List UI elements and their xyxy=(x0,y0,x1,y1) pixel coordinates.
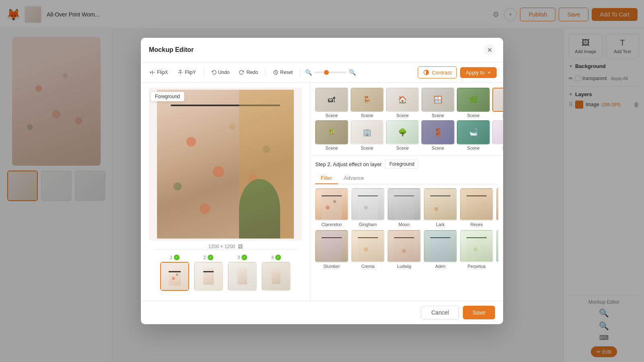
cancel-button[interactable]: Cancel xyxy=(421,306,459,319)
scene-thumb-7: 🏢 xyxy=(351,120,384,144)
save-modal-button[interactable]: Save xyxy=(463,306,495,319)
page-num-2: 2 ✓ xyxy=(204,255,213,260)
filter-tabs: Filter Advance xyxy=(315,173,498,184)
filter-thumb-amaro xyxy=(496,230,498,262)
contrast-button[interactable]: Contrast xyxy=(418,66,457,78)
redo-button[interactable]: Redo xyxy=(237,68,260,77)
zoom-slider[interactable] xyxy=(314,72,347,73)
scene-thumb-3: 🪟 xyxy=(421,88,454,112)
filter-reyes[interactable]: Reyes xyxy=(460,188,493,227)
scene-item-9[interactable]: 🚪 Scene xyxy=(421,120,454,150)
filter-moon[interactable]: Moon xyxy=(388,188,421,227)
modal-right: 🛋 Scene 🪑 Scene 🏠 xyxy=(310,83,503,300)
filter-aden[interactable]: Aden xyxy=(424,230,457,269)
scene-item-6[interactable]: 🎋 Scene xyxy=(315,120,348,150)
scene-item-0[interactable]: 🛋 Scene xyxy=(315,88,348,118)
page-3: 3 ✓ xyxy=(228,255,257,291)
undo-button[interactable]: Undo xyxy=(208,68,232,77)
filter-crema[interactable]: Crema xyxy=(351,230,384,269)
scene-thumb-5: 🏡 xyxy=(492,88,503,112)
page-thumb-2[interactable] xyxy=(194,262,223,291)
filter-label-moon: Moon xyxy=(398,222,410,227)
filter-perpetua[interactable]: Perpetua xyxy=(460,230,493,269)
zoom-in-icon[interactable]: 🔍 xyxy=(349,69,356,76)
toolbar-right: Contrast Apply to xyxy=(418,66,497,78)
scene-item-7[interactable]: 🏢 Scene xyxy=(351,120,384,150)
redo-icon xyxy=(239,70,245,75)
dress-person xyxy=(157,90,294,239)
filter-slumber[interactable]: Slumber xyxy=(315,230,348,269)
filter-label-ludwig: Ludwig xyxy=(397,264,411,269)
zoom-control: 🔍 🔍 xyxy=(305,69,356,76)
filter-juno[interactable]: Juno xyxy=(496,188,498,227)
filter-label-perpetua: Perpetua xyxy=(468,264,486,269)
scene-item-8[interactable]: 🌳 Scene xyxy=(386,120,419,150)
page-thumb-4[interactable] xyxy=(262,262,291,291)
scene-thumb-8: 🌳 xyxy=(386,120,419,144)
zoom-thumb xyxy=(324,70,329,75)
modal-toolbar: FlipX FlipY Undo Redo Reset 🔍 xyxy=(141,62,503,83)
filter-clarendon[interactable]: Clarendon xyxy=(315,188,348,227)
modal-body: Foreground 1200 × 1200 xyxy=(141,83,503,300)
modal-header: Mockup Editor ✕ xyxy=(141,38,503,62)
scene-label-4: Scene xyxy=(467,113,479,118)
filter-tab[interactable]: Filter xyxy=(315,173,338,184)
step2-area: Step 2. Adjust effect on layer Foregroun… xyxy=(310,156,503,300)
scene-grid-area: 🛋 Scene 🪑 Scene 🏠 xyxy=(310,83,503,156)
filter-gingham[interactable]: Gingham xyxy=(351,188,384,227)
page-thumb-1[interactable] xyxy=(160,262,189,291)
info-icon: 🖼 xyxy=(238,244,243,249)
undo-icon xyxy=(211,70,217,75)
step2-foreground-badge: Foreground xyxy=(385,160,419,169)
filter-thumb-clarendon xyxy=(315,188,348,220)
filter-label-clarendon: Clarendon xyxy=(322,222,342,227)
filter-thumb-aden xyxy=(424,230,457,262)
scene-label-7: Scene xyxy=(361,146,373,150)
scene-grid: 🛋 Scene 🪑 Scene 🏠 xyxy=(315,88,498,150)
reset-button[interactable]: Reset xyxy=(270,68,295,77)
modal-footer: Cancel Save xyxy=(141,300,503,324)
filter-label-lark: Lark xyxy=(436,222,444,227)
scene-item-11[interactable]: 🪞 Scene xyxy=(492,120,503,150)
scene-label-10: Scene xyxy=(467,146,479,150)
apply-to-button[interactable]: Apply to xyxy=(460,67,497,78)
mockup-editor-modal: Mockup Editor ✕ FlipX FlipY Undo Redo xyxy=(141,38,503,324)
filter-lark[interactable]: Lark xyxy=(424,188,457,227)
apply-to-chevron-icon xyxy=(487,70,491,74)
advance-tab[interactable]: Advance xyxy=(338,173,370,184)
filter-amaro[interactable]: Amaro xyxy=(496,230,498,269)
page-num-3: 3 ✓ xyxy=(237,255,247,260)
page-check-4: ✓ xyxy=(275,255,281,260)
zoom-out-icon[interactable]: 🔍 xyxy=(305,69,312,76)
scene-thumb-4: 🌿 xyxy=(457,88,490,112)
scene-item-3[interactable]: 🪟 Scene xyxy=(421,88,454,118)
filter-grid: Clarendon Gingha xyxy=(315,188,498,269)
filter-thumb-crema xyxy=(351,230,384,262)
step2-label: Step 2. Adjust effect on layer xyxy=(315,161,382,167)
page-check-2: ✓ xyxy=(208,255,213,260)
filter-thumb-ludwig xyxy=(388,230,421,262)
filter-thumb-lark xyxy=(424,188,457,220)
scene-thumb-9: 🚪 xyxy=(421,120,454,144)
scene-label-5: Scene xyxy=(502,113,503,118)
filter-thumb-moon xyxy=(388,188,421,220)
contrast-icon xyxy=(423,69,429,76)
flip-y-button[interactable]: FlipY xyxy=(175,68,198,77)
filter-ludwig[interactable]: Ludwig xyxy=(388,230,421,269)
scene-label-8: Scene xyxy=(396,146,409,150)
step2-header: Step 2. Adjust effect on layer Foregroun… xyxy=(315,160,498,169)
modal-title: Mockup Editor xyxy=(149,46,194,53)
scene-item-2[interactable]: 🏠 Scene xyxy=(386,88,419,118)
flip-x-button[interactable]: FlipX xyxy=(147,68,170,77)
page-thumb-3[interactable] xyxy=(228,262,257,291)
scene-item-1[interactable]: 🪑 Scene xyxy=(351,88,384,118)
scene-item-4[interactable]: 🌿 Scene xyxy=(457,88,490,118)
modal-close-button[interactable]: ✕ xyxy=(484,44,495,56)
filter-thumb-gingham xyxy=(351,188,384,220)
scene-label-9: Scene xyxy=(431,146,444,150)
filter-label-slumber: Slumber xyxy=(324,264,340,269)
page-num-1: 1 ✓ xyxy=(170,255,180,260)
scene-item-10[interactable]: 🛁 Scene xyxy=(457,120,490,150)
page-check-3: ✓ xyxy=(242,255,247,260)
scene-item-5[interactable]: 🏡 Scene xyxy=(492,88,503,118)
